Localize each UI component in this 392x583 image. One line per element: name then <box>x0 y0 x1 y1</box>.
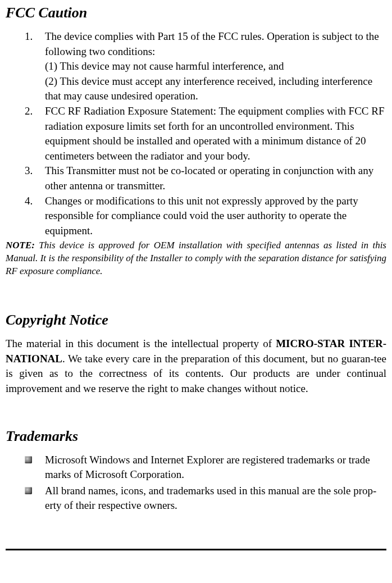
list-text: FCC RF Radiation Exposure Statement: The… <box>45 104 386 163</box>
note-label: NOTE: <box>6 240 35 250</box>
copyright-text-before: The material in this document is the int… <box>6 338 276 349</box>
list-item: Microsoft Windows and Internet Explorer … <box>25 453 386 482</box>
list-item: 2. FCC RF Radiation Exposure Statement: … <box>25 104 386 163</box>
trademarks-heading: Trademarks <box>6 428 386 445</box>
list-text: Changes or modifications to this unit no… <box>45 194 386 239</box>
note-body: This device is approved for OEM installa… <box>6 240 386 276</box>
list-text: Microsoft Windows and Internet Explorer … <box>45 454 370 481</box>
bullet-icon <box>25 456 32 463</box>
list-number: 1. <box>25 29 33 44</box>
list-text: This Transmitter must not be co-located … <box>45 163 386 193</box>
list-item: All brand names, icons, and trademarks u… <box>25 484 386 513</box>
document-content: FCC Caution 1. The device complies with … <box>0 0 392 520</box>
footer-separator <box>6 549 386 550</box>
list-number: 4. <box>25 194 33 209</box>
copyright-paragraph: The material in this document is the int… <box>6 336 386 396</box>
list-item: 3. This Transmitter must not be co-locat… <box>25 163 386 193</box>
list-item: 1. The device complies with Part 15 of t… <box>25 29 386 104</box>
copyright-text-after: . We take every care in the preparation … <box>6 353 386 394</box>
trademarks-list: Microsoft Windows and Internet Explorer … <box>6 453 386 513</box>
list-number: 2. <box>25 104 33 119</box>
list-text: All brand names, icons, and trademarks u… <box>45 485 376 512</box>
copyright-heading: Copyright Notice <box>6 312 386 329</box>
list-text: The device complies with Part 15 of the … <box>45 29 386 104</box>
list-item: 4. Changes or modifications to this unit… <box>25 194 386 239</box>
fcc-list: 1. The device complies with Part 15 of t… <box>6 29 386 238</box>
bullet-icon <box>25 487 32 494</box>
fcc-note: NOTE: This device is approved for OEM in… <box>6 239 386 278</box>
list-number: 3. <box>25 163 33 179</box>
fcc-caution-heading: FCC Caution <box>6 4 386 21</box>
